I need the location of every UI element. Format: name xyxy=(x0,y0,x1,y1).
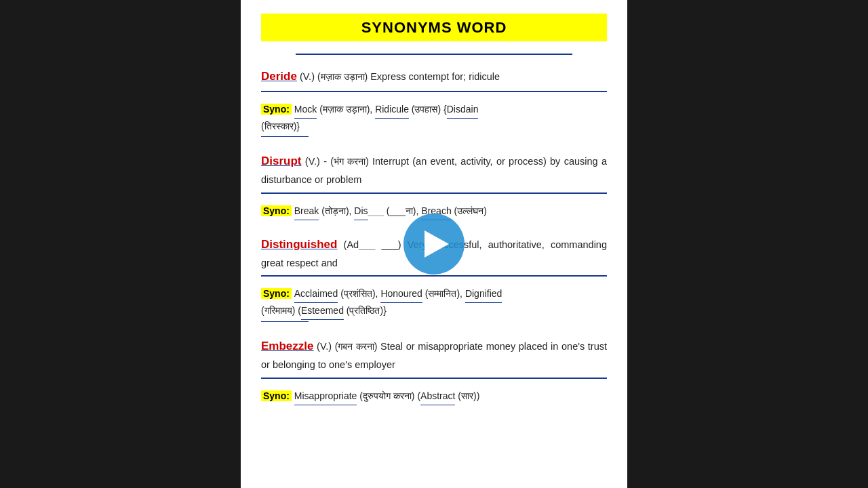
word-block-deride: Deride (V.) (मज़ाक उड़ाना) Express conte… xyxy=(261,67,607,137)
distinguished-syno-label: Syno: xyxy=(261,288,292,299)
embezzle-pos: (V.) xyxy=(317,341,335,352)
disrupt-syno-content: Break (तोड़ना), Dis___ (___ना), Breach (… xyxy=(294,205,487,216)
deride-syno-label: Syno: xyxy=(261,104,292,115)
deride-short-underline xyxy=(261,136,309,138)
deride-def-line: Deride (V.) (मज़ाक उड़ाना) Express conte… xyxy=(261,67,607,87)
play-icon xyxy=(425,230,449,258)
distinguished-syno-content: Acclaimed (प्रशंसित), Honoured (सम्मानित… xyxy=(261,288,502,316)
distinguished-heading: Distinguished xyxy=(261,238,337,251)
disrupt-pos: (V.) - xyxy=(305,156,330,167)
deride-syno-content: Mock (मज़ाक उड़ाना), Ridicule (उपहास) {D… xyxy=(261,104,478,131)
embezzle-syno-content: Misappropriate (दुरुपयोग करना) (Abstract… xyxy=(294,390,480,401)
disrupt-heading: Disrupt xyxy=(261,155,302,167)
deride-pos: (V.) xyxy=(300,71,317,82)
embezzle-syno: Syno: Misappropriate (दुरुपयोग करना) (Ab… xyxy=(261,388,607,405)
embezzle-heading: Embezzle xyxy=(261,340,313,352)
word-block-embezzle: Embezzle (V.) (गबन करना) Steal or misapp… xyxy=(261,337,607,405)
left-panel xyxy=(0,0,241,488)
deride-syno: Syno: Mock (मज़ाक उड़ाना), Ridicule (उपह… xyxy=(261,102,607,135)
right-panel xyxy=(627,0,868,488)
embezzle-divider xyxy=(261,378,607,379)
deride-heading: Deride xyxy=(261,70,297,83)
disrupt-hindi: (भंग करना) xyxy=(330,156,372,167)
distinguished-syno: Syno: Acclaimed (प्रशंसित), Honoured (सम… xyxy=(261,286,607,320)
embezzle-def-line: Embezzle (V.) (गबन करना) Steal or misapp… xyxy=(261,337,607,373)
embezzle-definition: Steal or misappropriate money placed in … xyxy=(261,341,607,370)
word-block-disrupt: Disrupt (V.) - (भंग करना) Interrupt (an … xyxy=(261,152,607,220)
distinguished-hindi: ___) xyxy=(375,239,407,250)
distinguished-divider xyxy=(261,275,607,277)
video-content: SYNONYMS WORD Deride (V.) (मज़ाक उड़ाना)… xyxy=(241,0,627,488)
distinguished-short-underline xyxy=(261,321,309,323)
embezzle-syno-label: Syno: xyxy=(261,390,292,401)
title-wrapper: SYNONYMS WORD xyxy=(261,14,607,55)
deride-hindi: (मज़ाक उड़ाना) xyxy=(317,71,370,82)
disrupt-divider xyxy=(261,192,607,194)
disrupt-syno-label: Syno: xyxy=(261,205,292,216)
play-button[interactable] xyxy=(403,214,465,274)
deride-definition: Express contempt for; ridicule xyxy=(370,71,500,82)
embezzle-hindi: (गबन करना) xyxy=(335,341,380,352)
page-title: SYNONYMS WORD xyxy=(261,14,607,41)
deride-divider xyxy=(261,91,607,92)
title-underline xyxy=(296,54,572,55)
distinguished-pos: (Ad xyxy=(344,239,359,250)
disrupt-def-line: Disrupt (V.) - (भंग करना) Interrupt (an … xyxy=(261,152,607,188)
